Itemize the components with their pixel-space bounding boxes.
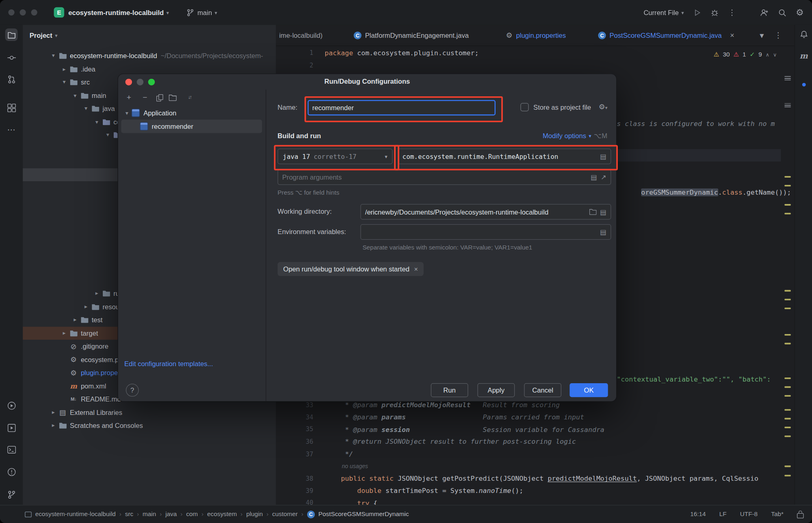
browse-variables-icon[interactable]: ▤ bbox=[600, 228, 606, 236]
chip-close-icon[interactable]: × bbox=[414, 265, 418, 273]
chevron-down-icon[interactable]: ▾ bbox=[122, 110, 132, 117]
working-directory-field[interactable]: ▤ bbox=[360, 204, 611, 219]
close-window-button[interactable] bbox=[8, 9, 14, 15]
code-line[interactable]: 36 * @return JSONObject result to furthe… bbox=[276, 436, 781, 448]
cursor-position[interactable]: 16:14 bbox=[690, 510, 706, 518]
code-line[interactable]: 37 */ bbox=[276, 448, 781, 460]
structure-tool-icon[interactable] bbox=[5, 102, 18, 114]
insert-macros-icon[interactable]: ▤ bbox=[600, 208, 606, 216]
chevron-icon[interactable]: ▾ bbox=[60, 79, 69, 86]
help-button[interactable]: ? bbox=[126, 384, 139, 397]
code-line[interactable]: 34 * @param params Params carried from i… bbox=[276, 411, 781, 423]
search-icon[interactable] bbox=[778, 8, 787, 17]
name-field[interactable] bbox=[307, 100, 496, 115]
environment-variables-input[interactable] bbox=[365, 228, 596, 236]
window-controls[interactable] bbox=[8, 9, 42, 15]
chevron-icon[interactable]: ▾ bbox=[92, 118, 102, 125]
tree-row--idea[interactable]: ▸.idea bbox=[23, 63, 276, 76]
code-line[interactable]: 40 try { bbox=[276, 497, 781, 505]
code-line[interactable]: 1package com.ecosystem.plugin.customer; bbox=[276, 47, 781, 59]
chevron-icon[interactable]: ▸ bbox=[60, 66, 69, 73]
commit-tool-icon[interactable] bbox=[5, 51, 18, 64]
browse-folder-icon[interactable] bbox=[589, 209, 596, 215]
store-as-project-file-checkbox[interactable] bbox=[520, 103, 528, 111]
problems-tool-icon[interactable] bbox=[5, 466, 18, 478]
run-configuration-selector[interactable]: Current File ▾ bbox=[643, 9, 684, 16]
code-line[interactable]: 39 double startTimePost = System.nanoTim… bbox=[276, 484, 781, 497]
editor-tab-partial[interactable]: ime-localbuild) bbox=[279, 25, 323, 46]
copy-configuration-icon[interactable] bbox=[156, 94, 162, 101]
terminal-tool-icon[interactable] bbox=[5, 443, 18, 456]
services-tool-icon[interactable] bbox=[5, 421, 18, 434]
store-options-gear-icon[interactable]: ⚙▾ bbox=[599, 103, 608, 111]
expand-field-icon[interactable]: ↗ bbox=[601, 173, 606, 181]
vcs-branch-widget[interactable]: main ▾ bbox=[186, 9, 217, 16]
add-user-icon[interactable] bbox=[760, 8, 769, 17]
editor-tab-3[interactable]: CPostScoreGSMSummerDynamic.java× bbox=[598, 25, 734, 46]
new-folder-icon[interactable] bbox=[169, 94, 178, 101]
chevron-icon[interactable]: ▸ bbox=[81, 303, 91, 310]
run-button[interactable] bbox=[693, 9, 701, 16]
tab-options-icon[interactable]: ⋮ bbox=[774, 25, 782, 46]
tree-row-scratches-and-consoles[interactable]: ▸Scratches and Consoles bbox=[23, 419, 276, 432]
chevron-icon[interactable]: ▾ bbox=[103, 132, 113, 139]
more-actions-icon[interactable]: ⋮ bbox=[728, 8, 736, 17]
chevron-icon[interactable]: ▸ bbox=[92, 290, 102, 297]
breadcrumb-item[interactable]: ecosystem bbox=[207, 510, 237, 518]
minimize-window-button[interactable] bbox=[19, 9, 26, 15]
code-line[interactable]: 38 public static JSONObject getPostPredi… bbox=[276, 472, 781, 484]
file-encoding[interactable]: UTF-8 bbox=[740, 510, 758, 518]
breadcrumb-item[interactable]: PostScoreGSMSummerDynamic bbox=[318, 510, 409, 518]
breadcrumb-item[interactable]: main bbox=[143, 510, 156, 518]
ok-button[interactable]: OK bbox=[569, 383, 608, 397]
config-type-row[interactable]: ▾ Application bbox=[122, 106, 176, 119]
sort-configurations-icon[interactable]: ↓↑ bbox=[185, 93, 194, 102]
breadcrumb-item[interactable]: ecosystem-runtime-localbuild bbox=[35, 510, 116, 518]
working-directory-input[interactable] bbox=[365, 208, 586, 216]
maven-tool-icon[interactable]: m bbox=[797, 50, 810, 62]
remove-configuration-icon[interactable]: − bbox=[140, 93, 149, 102]
breadcrumb-item[interactable]: plugin bbox=[246, 510, 263, 518]
open-tool-window-chip[interactable]: Open run/debug tool window when started … bbox=[277, 262, 424, 276]
line-ending[interactable]: LF bbox=[719, 510, 727, 518]
code-line[interactable]: 35 * @param session Session variable for… bbox=[276, 423, 781, 436]
add-configuration-icon[interactable]: + bbox=[124, 93, 134, 102]
chevron-icon[interactable]: ▸ bbox=[49, 422, 58, 429]
configuration-item[interactable]: recommender bbox=[140, 119, 193, 133]
environment-variables-field[interactable]: ▤ bbox=[360, 224, 611, 240]
edit-templates-link[interactable]: Edit configuration templates... bbox=[124, 360, 213, 368]
name-input[interactable] bbox=[312, 104, 491, 111]
code-line[interactable]: no usages bbox=[276, 460, 781, 472]
breadcrumb-item[interactable]: customer bbox=[272, 510, 298, 518]
project-tool-icon[interactable] bbox=[5, 28, 18, 41]
code-line[interactable]: 2 bbox=[276, 59, 781, 72]
apply-button[interactable]: Apply bbox=[477, 383, 515, 397]
tree-row-ecosystem-runtime-localbuild[interactable]: ▾ecosystem-runtime-localbuild~/Documents… bbox=[23, 49, 276, 62]
program-arguments-field[interactable]: ▤ ↗ bbox=[277, 169, 611, 185]
main-class-input[interactable] bbox=[403, 152, 597, 160]
cancel-button[interactable]: Cancel bbox=[524, 383, 561, 397]
breadcrumb-item[interactable]: src bbox=[125, 510, 133, 518]
zoom-window-button[interactable] bbox=[31, 9, 37, 15]
project-panel-header[interactable]: Project ▾ bbox=[23, 25, 276, 46]
breadcrumb-item[interactable]: com bbox=[186, 510, 198, 518]
chevron-icon[interactable]: ▾ bbox=[70, 92, 80, 99]
debug-icon[interactable] bbox=[710, 8, 719, 16]
more-tool-windows-icon[interactable]: ⋯ bbox=[5, 123, 18, 136]
chevron-down-icon[interactable]: ▾ bbox=[760, 25, 764, 46]
tree-row-external-libraries[interactable]: ▸▤External Libraries bbox=[23, 406, 276, 419]
indent-style[interactable]: Tab* bbox=[771, 510, 784, 518]
program-arguments-input[interactable] bbox=[282, 173, 587, 181]
chevron-icon[interactable]: ▾ bbox=[81, 105, 91, 112]
pull-requests-tool-icon[interactable] bbox=[5, 73, 18, 86]
run-tool-icon[interactable] bbox=[5, 399, 18, 412]
insert-macros-icon[interactable]: ▤ bbox=[600, 152, 606, 160]
editor-tab-2[interactable]: ⚙plugin.properties bbox=[506, 25, 566, 46]
chevron-icon[interactable]: ▸ bbox=[49, 409, 58, 416]
notifications-bell-icon[interactable] bbox=[797, 28, 810, 41]
chevron-icon[interactable]: ▾ bbox=[49, 52, 58, 59]
version-control-tool-icon[interactable] bbox=[5, 488, 18, 501]
close-icon[interactable]: × bbox=[730, 31, 734, 39]
modify-options-dropdown[interactable]: Modify options ▾ ⌥M bbox=[543, 132, 607, 140]
run-button-dialog[interactable]: Run bbox=[431, 383, 468, 397]
